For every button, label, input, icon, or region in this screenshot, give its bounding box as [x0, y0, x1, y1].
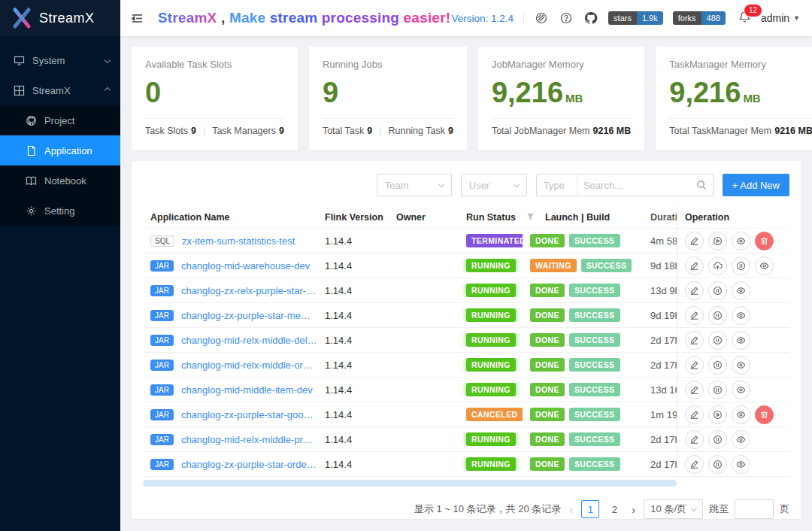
- notification-bell[interactable]: 12: [738, 11, 751, 26]
- application-link[interactable]: changlog-mid-relx-middle-promotion-dev: [181, 434, 317, 445]
- flink-version-cell: 1.14.4: [317, 310, 389, 321]
- operation-cell: [677, 353, 789, 377]
- github-icon[interactable]: [583, 11, 598, 26]
- title-segment: easier!: [404, 10, 451, 26]
- stats-row: Available Task Slots 0 Task Slots9|Task …: [132, 47, 801, 150]
- edit-button[interactable]: [685, 281, 704, 300]
- sidebar-item-setting[interactable]: Setting: [0, 196, 120, 226]
- sidebar-item-streamx[interactable]: StreamX: [0, 75, 120, 105]
- edit-button[interactable]: [685, 430, 704, 449]
- application-link[interactable]: changlog-zx-purple-star-goods-dev: [181, 409, 317, 420]
- next-page-button[interactable]: ›: [629, 503, 638, 516]
- pause-button[interactable]: [708, 455, 727, 474]
- edit-button[interactable]: [685, 256, 704, 275]
- search-input[interactable]: [577, 180, 696, 191]
- pause-button[interactable]: [708, 356, 727, 375]
- operation-cell: [677, 452, 789, 476]
- launch-status-badge: DONE: [530, 408, 565, 421]
- application-link[interactable]: changlog-mid-relx-middle-deliver-dev: [181, 335, 317, 346]
- app-type-tag: JAR: [150, 434, 174, 445]
- pause-button[interactable]: [708, 381, 727, 399]
- eye-icon: [736, 311, 746, 320]
- pause-icon: [713, 385, 723, 395]
- menu-fold-icon[interactable]: [131, 10, 147, 26]
- run-status-cell: RUNNING: [459, 333, 523, 347]
- sidebar-item-application[interactable]: Application: [0, 135, 120, 165]
- page-button-2[interactable]: 2: [605, 500, 623, 518]
- delete-button[interactable]: [755, 405, 774, 424]
- pause-button[interactable]: [708, 331, 727, 350]
- column-header-run-status: Run Status: [459, 212, 523, 223]
- eye-button[interactable]: [732, 281, 750, 300]
- page-button-1[interactable]: 1: [581, 500, 599, 518]
- stat-value: 9,216MB: [492, 77, 631, 109]
- eye-icon: [736, 435, 746, 445]
- user-select[interactable]: User: [461, 174, 527, 196]
- prev-page-button[interactable]: ‹: [567, 503, 575, 516]
- sidebar-item-project[interactable]: Project: [0, 105, 120, 135]
- jump-page-input[interactable]: [735, 499, 774, 519]
- chevron-up-icon: [105, 87, 111, 93]
- edit-button[interactable]: [685, 455, 704, 474]
- application-link[interactable]: zx-item-sum-statistics-test: [182, 235, 295, 247]
- edit-button[interactable]: [685, 331, 704, 350]
- sidebar-item-notebook[interactable]: Notebook: [0, 165, 120, 196]
- play-button[interactable]: [708, 405, 727, 424]
- filter-bar: Team User Type + Add N: [143, 173, 789, 197]
- edit-button[interactable]: [685, 405, 704, 424]
- type-select[interactable]: Type: [537, 174, 577, 196]
- run-status-badge: RUNNING: [466, 383, 516, 396]
- table-row: JAR changlog-mid-relx-middle-deliver-dev…: [143, 328, 789, 353]
- eye-button[interactable]: [755, 256, 774, 275]
- github-stars-badge[interactable]: stars 1.9k: [608, 11, 663, 25]
- application-link[interactable]: changlog-mid-relx-middle-order-dev: [181, 360, 317, 371]
- title-segment: StreamX: [158, 10, 217, 26]
- stat-card-task-slots: Available Task Slots 0 Task Slots9|Task …: [132, 47, 298, 150]
- column-header-flink-version: Flink Version: [317, 212, 389, 223]
- play-button[interactable]: [708, 232, 727, 250]
- delete-button[interactable]: [755, 232, 774, 250]
- flink-version-cell: 1.14.4: [317, 235, 389, 247]
- operation-cell: [677, 402, 789, 426]
- application-link[interactable]: changlog-mid-warehouse-dev: [181, 260, 310, 272]
- edit-button[interactable]: [685, 232, 704, 250]
- user-menu[interactable]: admin ▼: [761, 12, 800, 24]
- upload-button[interactable]: [708, 256, 727, 275]
- pause-button[interactable]: [708, 281, 727, 300]
- application-link[interactable]: changlog-zx-purple-star-order-dev: [181, 459, 317, 470]
- streamx-submenu: Project Application Notebook: [0, 105, 120, 226]
- team-select[interactable]: Team: [377, 174, 452, 196]
- application-link[interactable]: changlog-mid-middle-item-dev: [181, 384, 313, 396]
- eye-button[interactable]: [732, 306, 750, 325]
- pause-button[interactable]: [708, 306, 727, 325]
- edit-button[interactable]: [685, 381, 704, 399]
- eye-button[interactable]: [732, 381, 750, 399]
- eye-button[interactable]: [732, 455, 750, 474]
- horizontal-scrollbar[interactable]: [143, 480, 677, 487]
- eye-button[interactable]: [732, 232, 750, 250]
- eye-button[interactable]: [732, 405, 750, 424]
- flink-version-cell: 1.14.4: [317, 260, 389, 272]
- sidebar-item-system[interactable]: System: [0, 45, 120, 75]
- edit-button[interactable]: [685, 356, 704, 375]
- brand-logo[interactable]: StreamX: [0, 0, 120, 36]
- pause-button[interactable]: [708, 430, 727, 449]
- hatched-circle-icon[interactable]: [534, 11, 549, 26]
- pause-button[interactable]: [732, 256, 750, 275]
- run-status-badge: RUNNING: [466, 358, 516, 372]
- eye-button[interactable]: [732, 356, 750, 375]
- edit-icon: [689, 460, 699, 469]
- help-icon[interactable]: [559, 11, 574, 26]
- add-new-button[interactable]: + Add New: [723, 174, 789, 196]
- run-status-badge: RUNNING: [466, 457, 516, 471]
- github-forks-badge[interactable]: forks 488: [673, 11, 726, 25]
- search-icon[interactable]: [696, 180, 707, 190]
- edit-button[interactable]: [685, 306, 704, 325]
- eye-button[interactable]: [732, 331, 750, 350]
- grid-icon: [14, 85, 25, 96]
- stat-title: TaskManager Memory: [669, 59, 812, 70]
- eye-button[interactable]: [732, 430, 750, 449]
- page-size-select[interactable]: 10 条/页: [644, 499, 703, 519]
- application-link[interactable]: changlog-zx-relx-purple-star-store-dev: [181, 285, 317, 296]
- application-link[interactable]: changlog-zx-purple-star-member-dev: [181, 310, 317, 321]
